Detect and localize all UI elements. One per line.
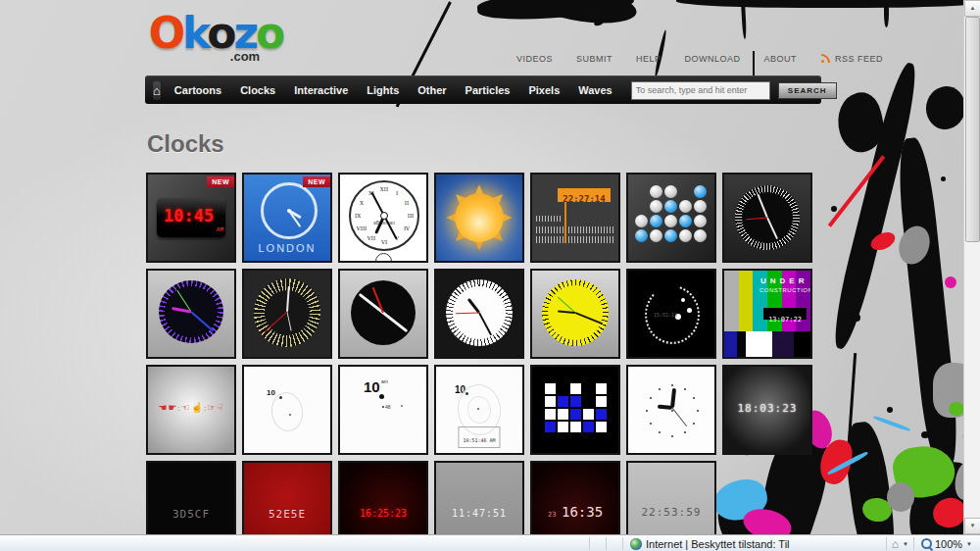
top-link-rss[interactable]: RSS FEED (820, 53, 883, 64)
clock-tile-dot-analog[interactable] (626, 365, 716, 455)
zoom-magnifier-icon[interactable] (921, 538, 932, 549)
home-icon[interactable]: ⌂ (153, 81, 161, 100)
nav-item-lights[interactable]: Lights (367, 84, 399, 96)
vertical-scrollbar[interactable]: ▲ ▼ (963, 0, 980, 534)
new-badge: NEW (207, 176, 234, 187)
new-badge: NEW (303, 176, 330, 187)
top-link-about[interactable]: ABOUT (764, 54, 798, 64)
brand-label: aBowman (351, 220, 417, 225)
ink-splat (676, 0, 980, 8)
nav-item-pixels[interactable]: Pixels (528, 84, 560, 96)
clock-face (446, 279, 513, 346)
clock-grid: NEW 10:45 AM NEW LONDON XII I II III I (146, 173, 812, 551)
clock-tile-led-alarm[interactable]: NEW 10:45 AM (146, 173, 236, 263)
green-splat (949, 402, 964, 416)
search-input[interactable] (631, 81, 770, 100)
top-link-download[interactable]: DOWNLOAD (685, 54, 741, 64)
led-time: 10:45 (164, 206, 214, 225)
clock-tile-balls[interactable] (626, 173, 716, 263)
statusbar-separator (606, 537, 607, 550)
clock-tile-square-binary[interactable] (530, 365, 620, 455)
nav-item-other[interactable]: Other (417, 84, 446, 96)
glow-time: 16:25:23 (340, 508, 426, 519)
magenta-splat (945, 276, 956, 288)
pendulum (375, 253, 392, 263)
tick-line (536, 216, 562, 222)
led-ampm: AM (217, 225, 223, 232)
clock-tile-sign-hands[interactable]: ☚☛:☜☝:☞☟ (146, 365, 236, 455)
ink-dot (921, 431, 929, 438)
nav-item-particles[interactable]: Particles (466, 84, 511, 96)
zoom-level[interactable]: 100% (935, 538, 962, 550)
search-button[interactable]: SEARCH (778, 82, 837, 99)
spiral-time: 15:52:13 (654, 312, 677, 318)
day-label: 23 (548, 511, 556, 519)
main-navbar: ⌂ Cartoons Clocks Interactive Lights Oth… (145, 75, 821, 104)
lcd-time: 22:53:59 (628, 506, 714, 519)
clock-tile-timeline[interactable]: 22:27:14 (530, 173, 620, 263)
statusbar-separator (913, 537, 914, 550)
clock-face (159, 280, 223, 343)
orbit-dot (477, 408, 479, 410)
clock-tile-dotted-spiral[interactable]: 15:52:13 (626, 269, 716, 359)
page-title: Clocks (147, 130, 224, 158)
inner-dot (687, 308, 692, 313)
orbit-dot (289, 414, 291, 416)
construction-line2: CONSTRUCTION (760, 287, 812, 293)
nav-item-waves[interactable]: Waves (578, 84, 612, 96)
top-link-help[interactable]: HELP (636, 54, 662, 64)
led-device: 10:45 AM (157, 198, 225, 237)
clock-tile-yellow[interactable] (530, 269, 620, 359)
clock-tile-test-pattern[interactable]: UNDER CONSTRUCTION 13:07:22 (722, 269, 812, 359)
orbit-time: 10:51:46 AM (463, 437, 495, 443)
chevron-down-icon[interactable]: ▼ (966, 541, 972, 547)
clock-tile-minimal-black[interactable] (338, 269, 428, 359)
hour-label: 10 (267, 388, 275, 397)
statusbar-separator (589, 537, 590, 550)
compat-view-icon[interactable]: ⌂ (892, 537, 899, 551)
clock-tile-orbit-small[interactable]: 10 (242, 365, 332, 455)
tick-line (536, 236, 614, 243)
clock-tile-dark-analog[interactable] (722, 173, 812, 263)
small-dot (401, 405, 403, 407)
sun-disc (455, 193, 504, 242)
city-label: LONDON (244, 242, 330, 254)
nav-item-clocks[interactable]: Clocks (240, 84, 275, 96)
clock-tile-white-ticks[interactable] (434, 269, 524, 359)
clock-face (542, 279, 609, 346)
ball-grid (635, 185, 707, 242)
day-time: 16:35 (562, 504, 603, 520)
scroll-up-button[interactable]: ▲ (964, 0, 980, 17)
epoch-time: 52E5E (244, 508, 330, 521)
clock-tile-dot-time[interactable]: 10 am 48 (338, 365, 428, 455)
top-link-submit[interactable]: SUBMIT (576, 54, 612, 64)
clock-tile-sun[interactable] (434, 173, 524, 263)
nav-item-interactive[interactable]: Interactive (294, 84, 348, 96)
hour-label: 10 (364, 378, 380, 395)
top-link-videos[interactable]: VIDEOS (516, 54, 553, 64)
time-box: 22:27:14 (558, 188, 611, 202)
ink-drip (884, 0, 889, 27)
scroll-down-button[interactable]: ▼ (964, 518, 980, 534)
clock-tile-london[interactable]: NEW LONDON (242, 173, 332, 263)
orbit-dot (279, 396, 282, 399)
internet-zone-icon (630, 538, 642, 550)
zone-text: Internet | Beskyttet tilstand: Til (646, 538, 790, 550)
center-dot (287, 209, 291, 213)
pattern-time: 13:07:22 (768, 316, 802, 324)
site-logo[interactable]: Okozo .com (147, 12, 284, 64)
ink-dot (853, 314, 860, 322)
scrollbar-thumb[interactable] (965, 17, 980, 242)
clock-tile-fan-ticks[interactable] (242, 269, 332, 359)
ink-dot (887, 407, 893, 413)
clock-face (261, 182, 318, 239)
clock-tile-lcd-gray[interactable]: 18:03:23 (722, 365, 812, 455)
chevron-down-icon[interactable]: ▼ (903, 541, 908, 547)
lcd-time: 18:03:23 (724, 402, 810, 415)
clock-tile-orbit-labeled[interactable]: 10 10:51:46 AM (434, 365, 524, 455)
search-area: SEARCH (631, 81, 837, 100)
small-dot (382, 406, 384, 408)
nav-item-cartoons[interactable]: Cartoons (174, 84, 221, 96)
clock-tile-roman[interactable]: XII I II III IV V VI VII VIII IX X XI aB… (338, 173, 428, 263)
clock-tile-purple-ticks[interactable] (146, 269, 236, 359)
